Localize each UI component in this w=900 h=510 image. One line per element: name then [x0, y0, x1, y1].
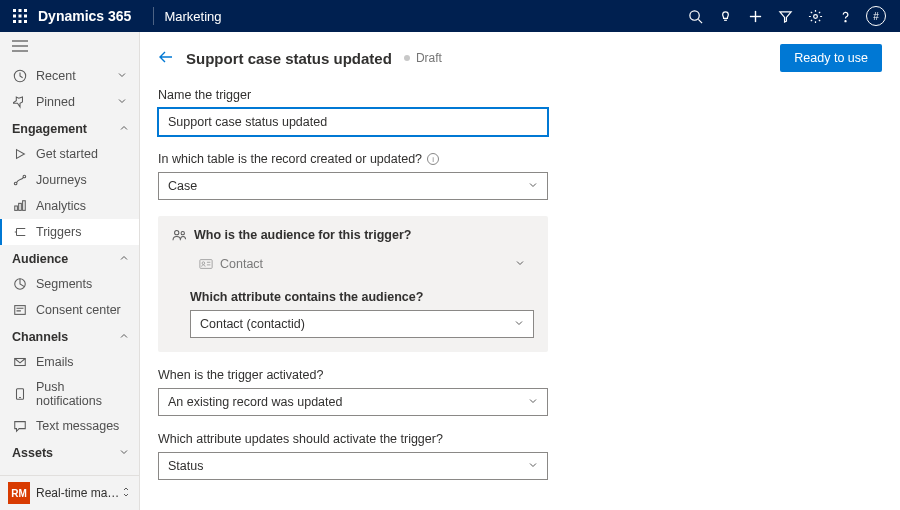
name-input[interactable]: Support case status updated [158, 108, 548, 136]
field-label: In which table is the record created or … [158, 152, 682, 166]
chevron-down-icon [528, 459, 538, 473]
svg-point-34 [175, 230, 179, 234]
page-header: Support case status updated Draft Ready … [140, 32, 900, 84]
svg-point-35 [181, 231, 184, 234]
back-button[interactable] [158, 49, 174, 68]
field-label: Which attribute contains the audience? [190, 290, 534, 304]
updown-icon [121, 486, 131, 501]
svg-rect-2 [24, 9, 27, 12]
clock-icon [12, 68, 28, 84]
chevron-down-icon [117, 95, 129, 109]
chevron-down-icon [119, 446, 129, 460]
chevron-down-icon [117, 69, 129, 83]
app-launcher-icon[interactable] [12, 8, 28, 24]
sidebar-item-emails[interactable]: Emails [0, 349, 139, 375]
audience-type-select: Contact [190, 250, 534, 278]
sidebar-item-push[interactable]: Push notifications [0, 375, 139, 413]
info-icon[interactable]: i [427, 153, 439, 165]
lightbulb-icon[interactable] [710, 0, 740, 32]
audience-header: Who is the audience for this trigger? [172, 228, 534, 242]
field-activated: When is the trigger activated? An existi… [158, 368, 682, 416]
sidebar-item-label: Recent [36, 69, 117, 83]
svg-rect-4 [19, 15, 22, 18]
svg-rect-6 [13, 20, 16, 23]
contact-icon [199, 258, 213, 270]
chevron-up-icon [119, 330, 129, 344]
trigger-icon [12, 224, 28, 240]
add-icon[interactable] [740, 0, 770, 32]
svg-rect-24 [23, 201, 26, 211]
consent-icon [12, 302, 28, 318]
svg-rect-5 [24, 15, 27, 18]
sidebar-item-segments[interactable]: Segments [0, 271, 139, 297]
main-content: Support case status updated Draft Ready … [140, 32, 900, 510]
sidebar-group-engagement[interactable]: Engagement [0, 115, 139, 141]
svg-rect-22 [15, 206, 18, 210]
brand-label[interactable]: Dynamics 365 [38, 8, 131, 24]
segments-icon [12, 276, 28, 292]
field-updates: Which attribute updates should activate … [158, 432, 682, 480]
area-switcher[interactable]: RM Real-time marketi… [0, 475, 139, 510]
activated-select[interactable]: An existing record was updated [158, 388, 548, 416]
chevron-up-icon [119, 252, 129, 266]
svg-rect-7 [19, 20, 22, 23]
sidebar-group-channels[interactable]: Channels [0, 323, 139, 349]
svg-rect-3 [13, 15, 16, 18]
field-name: Name the trigger Support case status upd… [158, 88, 682, 136]
svg-point-15 [844, 20, 845, 21]
audience-icon [172, 229, 187, 242]
table-select[interactable]: Case [158, 172, 548, 200]
svg-rect-1 [19, 9, 22, 12]
hamburger-icon[interactable] [0, 32, 139, 63]
chevron-down-icon [528, 179, 538, 193]
chevron-up-icon [119, 122, 129, 136]
sidebar-group-audience[interactable]: Audience [0, 245, 139, 271]
audience-panel: Who is the audience for this trigger? Co… [158, 216, 548, 352]
sidebar: Recent Pinned Engagement Get started Jou… [0, 32, 140, 510]
sidebar-item-text[interactable]: Text messages [0, 413, 139, 439]
svg-rect-30 [15, 306, 26, 315]
sidebar-pinned[interactable]: Pinned [0, 89, 139, 115]
divider [153, 7, 154, 25]
ready-to-use-button[interactable]: Ready to use [780, 44, 882, 72]
svg-rect-0 [13, 9, 16, 12]
svg-rect-23 [19, 203, 22, 210]
play-icon [12, 146, 28, 162]
page-title: Support case status updated [186, 50, 392, 67]
sidebar-item-consent[interactable]: Consent center [0, 297, 139, 323]
field-table: In which table is the record created or … [158, 152, 682, 200]
pin-icon [12, 94, 28, 110]
sidebar-recent[interactable]: Recent [0, 63, 139, 89]
chevron-down-icon [514, 317, 524, 331]
settings-icon[interactable] [800, 0, 830, 32]
email-icon [12, 354, 28, 370]
svg-point-37 [202, 262, 205, 265]
updates-select[interactable]: Status [158, 452, 548, 480]
sidebar-item-journeys[interactable]: Journeys [0, 167, 139, 193]
analytics-icon [12, 198, 28, 214]
area-badge: RM [8, 482, 30, 504]
status-badge: Draft [404, 51, 442, 65]
sidebar-item-label: Pinned [36, 95, 117, 109]
user-avatar[interactable]: # [866, 6, 886, 26]
svg-rect-8 [24, 20, 27, 23]
sidebar-item-triggers[interactable]: Triggers [0, 219, 139, 245]
svg-point-14 [813, 14, 817, 18]
area-name: Real-time marketi… [36, 486, 121, 500]
chevron-down-icon [528, 395, 538, 409]
sidebar-item-getstarted[interactable]: Get started [0, 141, 139, 167]
help-icon[interactable] [830, 0, 860, 32]
field-label: Name the trigger [158, 88, 682, 102]
top-nav-bar: Dynamics 365 Marketing # [0, 0, 900, 32]
sidebar-group-assets[interactable]: Assets [0, 439, 139, 465]
area-label[interactable]: Marketing [164, 9, 221, 24]
field-label: When is the trigger activated? [158, 368, 682, 382]
audience-attribute-select[interactable]: Contact (contactid) [190, 310, 534, 338]
sidebar-item-analytics[interactable]: Analytics [0, 193, 139, 219]
filter-icon[interactable] [770, 0, 800, 32]
svg-point-9 [689, 10, 698, 19]
svg-rect-36 [200, 260, 212, 269]
search-icon[interactable] [680, 0, 710, 32]
chevron-down-icon [515, 257, 525, 271]
svg-line-10 [698, 19, 702, 23]
